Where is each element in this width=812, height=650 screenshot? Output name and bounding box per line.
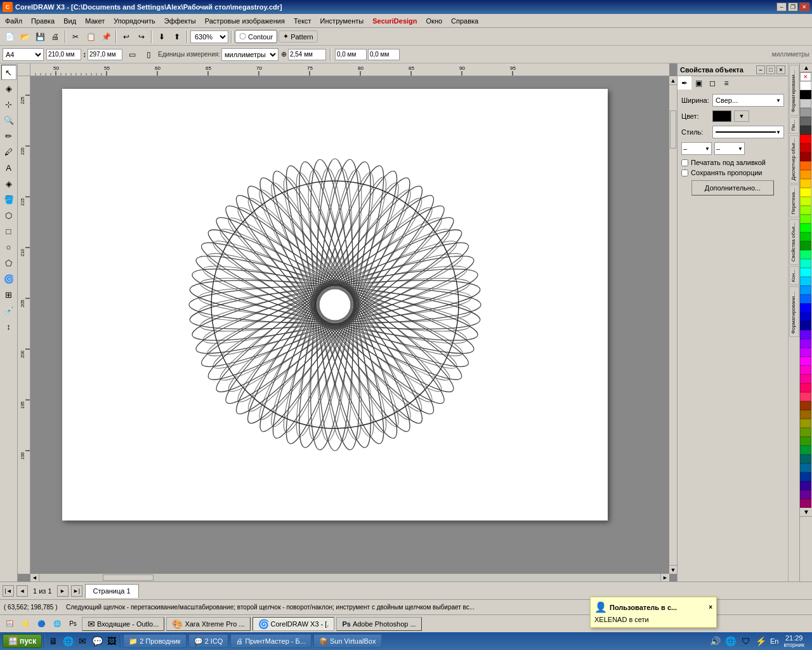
select-tool[interactable]: ↖ [1,65,16,80]
minimize-button[interactable]: – [776,3,787,11]
color-swatch-36[interactable] [800,401,811,410]
contour-tab[interactable]: Кон... [789,266,799,285]
color-swatch-17[interactable] [800,232,811,241]
paste-button[interactable]: 📌 [99,30,113,44]
menu-item-file[interactable]: Файл [1,16,26,26]
color-swatch-34[interactable] [800,383,811,392]
color-swatch-12[interactable] [800,188,811,197]
spiral-tool[interactable]: 🌀 [1,271,16,286]
quicklaunch-1[interactable]: 🖥 [47,635,60,647]
ellipse-tool[interactable]: ○ [1,239,16,255]
quicklaunch-2[interactable]: 🌐 [62,635,74,647]
formatting2-tab[interactable]: Форматирование си... [789,286,799,337]
color-swatch-31[interactable] [800,357,811,366]
first-page-button[interactable]: |◄ [3,585,14,597]
color-swatch-18[interactable] [800,241,811,250]
keep-proportions-checkbox[interactable] [681,169,688,176]
portrait-button[interactable]: ▭ [125,48,139,62]
hscroll-right-button[interactable]: ► [660,574,669,581]
vscroll-up-button[interactable]: ▲ [669,76,677,85]
vertical-scrollbar[interactable]: ▲ ▼ [669,76,677,574]
color-swatch-42[interactable] [800,454,811,463]
page-1-tab[interactable]: Страница 1 [85,584,139,598]
outline-tool[interactable]: ⬡ [1,208,16,223]
color-swatch-43[interactable] [800,463,811,472]
color-swatch-30[interactable] [800,348,811,357]
print-under-checkbox[interactable] [681,159,688,166]
units-select[interactable]: миллиметры [221,48,278,61]
color-swatch-23[interactable] [800,286,811,295]
printmaster-taskbar-button[interactable]: 🖨 ПринтМастер - Б... [230,634,311,648]
color-swatch-15[interactable] [800,215,811,223]
palette-scroll-up[interactable]: ▲ [800,63,812,72]
color-swatch-32[interactable] [800,366,811,375]
menu-item-view[interactable]: Вид [60,16,80,26]
panel-maximize-button[interactable]: □ [766,65,775,74]
close-button[interactable]: ✕ [799,3,809,11]
color-swatch-13[interactable] [800,197,811,206]
menu-item-edit[interactable]: Правка [27,16,58,26]
color-swatch-6[interactable] [800,135,811,143]
systray-icon-3[interactable]: 🛡 [740,635,752,647]
height-input[interactable] [88,49,122,60]
contour-button[interactable]: 〇 Contour [235,30,277,43]
icq-taskbar-button[interactable]: 💬 2 ICQ [188,634,229,648]
color-swatch-5[interactable] [800,126,811,135]
quicklaunch-5[interactable]: 🖼 [105,635,118,647]
blend-tab[interactable]: Перетека... [789,185,799,218]
last-page-button[interactable]: ►| [71,585,82,597]
zoom-tool[interactable]: 🔍 [1,112,16,128]
eyedropper-tool[interactable]: 💉 [1,303,16,318]
object-manager-tab[interactable]: Диспетчер объе... [789,135,799,183]
color-swatch-11[interactable] [800,179,811,188]
color-swatch-8[interactable] [800,152,811,161]
color-swatch-24[interactable] [800,295,811,303]
line-end1-select[interactable]: – ▼ [681,142,712,155]
y-coord[interactable] [368,49,400,60]
crop-tool[interactable]: ⊹ [1,96,16,112]
color-swatch-1[interactable] [800,90,811,99]
color-swatch-16[interactable] [800,223,811,232]
explorer-taskbar-button[interactable]: 📁 2 Проводник [123,634,186,648]
color-swatch-37[interactable] [800,410,811,419]
fill-tab[interactable]: ▣ [691,76,705,90]
palette-scroll-down[interactable]: ▼ [800,508,812,517]
xara-app-button[interactable]: 🎨 Xara Xtreme Pro ... [166,617,250,631]
table-tool[interactable]: ⊞ [1,287,16,302]
color-swatch-22[interactable] [800,277,811,286]
virtualbox-taskbar-button[interactable]: 📦 Sun VirtualBox [313,634,382,648]
color-swatch-44[interactable] [800,472,811,481]
export-button[interactable]: ⬆ [170,30,184,44]
menu-item-effects[interactable]: Эффекты [160,16,200,26]
format-object-tab[interactable]: Форматирование аб... [789,65,799,116]
systray-icon-2[interactable]: 🌐 [724,635,737,647]
pattern-button[interactable]: ✦ Pattern [278,30,317,43]
menu-item-window[interactable]: Окно [422,16,447,26]
menu-item-tools[interactable]: Инструменты [317,16,368,26]
canvas-container[interactable]: 50 55 60 65 70 75 80 85 90 [18,63,677,581]
new-button[interactable]: 📄 [3,30,16,44]
prev-page-button[interactable]: ◄ [16,585,28,597]
color-swatch-4[interactable] [800,117,811,126]
interactive-fill-tool[interactable]: ◈ [1,176,16,191]
language-indicator[interactable]: En [770,637,778,645]
copy-button[interactable]: 📋 [84,30,98,44]
menu-item-layout[interactable]: Макет [81,16,108,26]
color-swatch-14[interactable] [800,206,811,215]
quicklaunch-4[interactable]: 💬 [91,635,103,647]
canvas[interactable] [30,76,669,574]
color-swatch[interactable] [712,110,731,122]
panel-close-button[interactable]: × [776,65,785,74]
restore-button[interactable]: ❐ [788,3,798,11]
color-swatch-28[interactable] [800,330,811,339]
width-input[interactable] [46,49,81,60]
quicklaunch-3[interactable]: ✉ [76,635,89,647]
more-button[interactable]: Дополнительно... [691,180,774,196]
cut-button[interactable]: ✂ [69,30,82,44]
panel-minimize-button[interactable]: – [756,65,765,74]
page-size-select[interactable]: A4 [3,48,44,61]
width-dropdown[interactable]: Свер... ▼ [712,94,784,107]
vscroll-down-button[interactable]: ▼ [669,565,677,574]
text-tool[interactable]: A [1,160,16,175]
pen-tab[interactable]: ✒ [678,76,691,90]
